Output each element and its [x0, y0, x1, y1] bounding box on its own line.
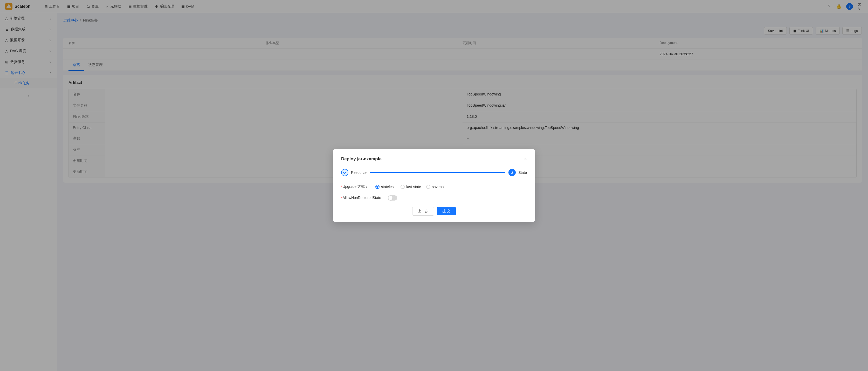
upgrade-radio-group: stateless last-state savepoint — [375, 185, 447, 189]
modal-form: *Upgrade 方式： stateless last-state — [341, 184, 527, 200]
modal-footer: 上一步 提 交 — [341, 207, 527, 216]
modal-header: Deploy jar-example × — [341, 156, 527, 162]
radio-last-state-circle — [401, 185, 405, 189]
upgrade-row: *Upgrade 方式： stateless last-state — [341, 184, 527, 189]
step-1-circle — [341, 169, 348, 176]
modal-overlay[interactable]: Deploy jar-example × Resource 2 State — [0, 0, 868, 371]
back-button[interactable]: 上一步 — [412, 207, 434, 216]
radio-savepoint-circle — [426, 185, 430, 189]
allow-non-restored-toggle[interactable] — [388, 195, 397, 200]
step-1-label: Resource — [351, 171, 367, 175]
step-line — [370, 172, 505, 173]
radio-savepoint[interactable]: savepoint — [426, 185, 447, 189]
radio-stateless[interactable]: stateless — [375, 185, 395, 189]
step-2: 2 State — [508, 169, 527, 176]
radio-stateless-circle — [375, 185, 379, 189]
stepper: Resource 2 State — [341, 169, 527, 176]
radio-last-state[interactable]: last-state — [401, 185, 421, 189]
step-1: Resource — [341, 169, 367, 176]
allow-non-restored-row: *AllowNonRestoredState： — [341, 195, 527, 200]
submit-button[interactable]: 提 交 — [437, 207, 456, 215]
deploy-modal: Deploy jar-example × Resource 2 State — [333, 149, 535, 222]
modal-title: Deploy jar-example — [341, 156, 381, 162]
allow-label: *AllowNonRestoredState： — [341, 196, 385, 200]
step-2-circle: 2 — [508, 169, 516, 176]
toggle-knob — [389, 196, 393, 200]
upgrade-label: *Upgrade 方式： — [341, 184, 372, 189]
step-2-label: State — [518, 171, 527, 175]
radio-stateless-dot — [376, 186, 378, 188]
modal-close-button[interactable]: × — [524, 157, 527, 161]
